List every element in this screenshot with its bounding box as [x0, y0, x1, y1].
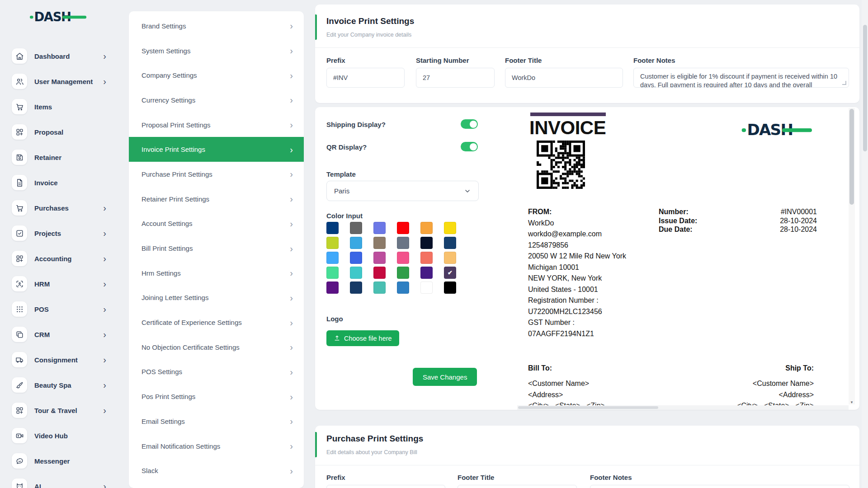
- sidebar-item-hrm[interactable]: HRM ›: [0, 271, 120, 296]
- color-swatch-17[interactable]: ✔: [444, 252, 456, 264]
- sidebar-item-user-management[interactable]: User Management ›: [0, 69, 120, 94]
- purchase-prefix-input[interactable]: [326, 485, 445, 488]
- settings-item-pos-settings[interactable]: POS Settings ›: [129, 360, 304, 385]
- ship-to-line: <Address>: [737, 389, 814, 401]
- settings-item-bill-print-settings[interactable]: Bill Print Settings ›: [129, 236, 304, 261]
- color-swatch-24[interactable]: ✔: [326, 282, 339, 294]
- color-swatch-13[interactable]: ✔: [350, 252, 362, 264]
- app-logo[interactable]: DASH: [30, 7, 87, 26]
- color-swatch-8[interactable]: ✔: [373, 237, 386, 249]
- sidebar-item-dashboard[interactable]: Dashboard ›: [0, 43, 120, 69]
- starting-number-input[interactable]: [416, 68, 495, 88]
- qr-display-toggle[interactable]: [461, 142, 478, 151]
- color-swatch-25[interactable]: ✔: [350, 282, 362, 294]
- scroll-down-arrow-icon[interactable]: ▾: [849, 400, 854, 404]
- sidebar-item-label: User Management: [34, 78, 93, 85]
- settings-item-slack[interactable]: Slack ›: [129, 458, 304, 483]
- settings-item-purchase-print-settings[interactable]: Purchase Print Settings ›: [129, 162, 304, 187]
- settings-item-account-settings[interactable]: Account Settings ›: [129, 211, 304, 236]
- shipping-display-toggle[interactable]: [461, 119, 478, 129]
- settings-item-joining-letter-settings[interactable]: Joining Letter Settings ›: [129, 286, 304, 310]
- color-swatch-23[interactable]: ✔: [444, 267, 456, 279]
- settings-item-brand-settings[interactable]: Brand Settings ›: [129, 14, 304, 38]
- color-swatch-19[interactable]: ✔: [350, 267, 362, 279]
- color-swatch-5[interactable]: ✔: [444, 222, 456, 234]
- page-scrollbar-thumb[interactable]: [863, 25, 867, 151]
- sidebar-item-accounting[interactable]: Accounting ›: [0, 246, 120, 271]
- settings-item-retainer-print-settings[interactable]: Retainer Print Settings ›: [129, 187, 304, 211]
- settings-item-invoice-print-settings[interactable]: Invoice Print Settings ›: [129, 137, 304, 162]
- settings-item-label: System Settings: [142, 47, 190, 55]
- preview-scrollbar-thumb[interactable]: [849, 109, 854, 205]
- chevron-right-icon: ›: [290, 466, 293, 475]
- color-swatch-18[interactable]: ✔: [326, 267, 339, 279]
- color-swatch-4[interactable]: ✔: [420, 222, 433, 234]
- sidebar-item-label: Invoice: [34, 179, 58, 187]
- settings-item-system-settings[interactable]: System Settings ›: [129, 38, 304, 63]
- sidebar-item-video-hub[interactable]: Video Hub ›: [0, 423, 120, 448]
- invoice-print-settings-card: Invoice Print Settings Edit your Company…: [315, 5, 859, 103]
- color-swatch-21[interactable]: ✔: [397, 267, 409, 279]
- settings-item-company-settings[interactable]: Company Settings ›: [129, 63, 304, 88]
- preview-hscrollbar-thumb[interactable]: [518, 406, 658, 409]
- sidebar-item-purchases[interactable]: Purchases ›: [0, 195, 120, 221]
- footer-title-input[interactable]: [505, 68, 623, 88]
- settings-item-proposal-print-settings[interactable]: Proposal Print Settings ›: [129, 113, 304, 137]
- page-scrollbar[interactable]: [862, 0, 868, 488]
- bill-to-label: Bill To:: [528, 364, 605, 373]
- sidebar-item-proposal[interactable]: Proposal ›: [0, 119, 120, 145]
- sidebar-item-consignment[interactable]: Consignment ›: [0, 347, 120, 372]
- color-swatch-15[interactable]: ✔: [397, 252, 409, 264]
- settings-item-currency-settings[interactable]: Currency Settings ›: [129, 88, 304, 113]
- sidebar-item-ai[interactable]: AI ›: [0, 474, 120, 488]
- color-swatch-1[interactable]: ✔: [350, 222, 362, 234]
- settings-item-hrm-settings[interactable]: Hrm Settings ›: [129, 261, 304, 286]
- sidebar-item-tour-travel[interactable]: Tour & Travel ›: [0, 398, 120, 423]
- color-swatch-11[interactable]: ✔: [444, 237, 456, 249]
- color-swatch-7[interactable]: ✔: [350, 237, 362, 249]
- sidebar-item-beauty-spa[interactable]: Beauty Spa ›: [0, 372, 120, 398]
- settings-item-certificate-of-experience-settings[interactable]: Certificate of Experience Settings ›: [129, 310, 304, 335]
- sidebar-item-crm[interactable]: CRM ›: [0, 322, 120, 347]
- color-swatch-2[interactable]: ✔: [373, 222, 386, 234]
- purchase-footer-title-input[interactable]: [458, 485, 577, 488]
- settings-item-pos-print-settings[interactable]: Pos Print Settings ›: [129, 384, 304, 409]
- color-swatch-26[interactable]: ✔: [373, 282, 386, 294]
- choose-file-button[interactable]: Choose file here: [326, 330, 399, 346]
- settings-item-email-notification-settings[interactable]: Email Notification Settings ›: [129, 434, 304, 459]
- home-icon: [12, 48, 27, 64]
- sidebar-item-projects[interactable]: Projects ›: [0, 221, 120, 246]
- invoice-meta-row: Number: #INV00001: [659, 207, 817, 216]
- color-swatch-9[interactable]: ✔: [397, 237, 409, 249]
- save-changes-button[interactable]: Save Changes: [413, 368, 477, 386]
- color-swatch-16[interactable]: ✔: [420, 252, 433, 264]
- sidebar: DASH Dashboard › User Management › Items…: [0, 0, 120, 488]
- preview-horizontal-scrollbar[interactable]: [517, 405, 849, 410]
- color-swatch-6[interactable]: ✔: [326, 237, 339, 249]
- color-swatch-20[interactable]: ✔: [373, 267, 386, 279]
- color-swatch-14[interactable]: ✔: [373, 252, 386, 264]
- color-swatch-12[interactable]: ✔: [326, 252, 339, 264]
- meta-value: 28-10-2024: [780, 225, 817, 234]
- sidebar-item-retainer[interactable]: Retainer ›: [0, 145, 120, 170]
- sidebar-item-items[interactable]: Items ›: [0, 94, 120, 119]
- sidebar-item-pos[interactable]: POS ›: [0, 296, 120, 322]
- color-swatch-27[interactable]: ✔: [397, 282, 409, 294]
- purchase-footer-notes-textarea[interactable]: [590, 485, 849, 488]
- color-swatch-3[interactable]: ✔: [397, 222, 409, 234]
- color-swatch-22[interactable]: ✔: [420, 267, 433, 279]
- sidebar-item-invoice[interactable]: Invoice ›: [0, 170, 120, 195]
- color-swatch-0[interactable]: ✔: [326, 222, 339, 234]
- color-swatch-29[interactable]: ✔: [444, 282, 456, 294]
- preview-vertical-scrollbar[interactable]: ▾: [849, 108, 855, 404]
- template-select[interactable]: Paris: [326, 181, 479, 201]
- prefix-input[interactable]: [326, 68, 405, 88]
- sidebar-item-messenger[interactable]: Messenger ›: [0, 448, 120, 474]
- footer-notes-textarea[interactable]: Customer is eligible for 1% discount if …: [633, 68, 849, 88]
- settings-item-email-settings[interactable]: Email Settings ›: [129, 409, 304, 434]
- color-swatch-28[interactable]: ✔: [420, 282, 433, 294]
- template-select-value: Paris: [334, 187, 349, 195]
- divider: [315, 465, 859, 465]
- settings-item-no-objection-certificate-settings[interactable]: No Objection Certificate Settings ›: [129, 335, 304, 360]
- color-swatch-10[interactable]: ✔: [420, 237, 433, 249]
